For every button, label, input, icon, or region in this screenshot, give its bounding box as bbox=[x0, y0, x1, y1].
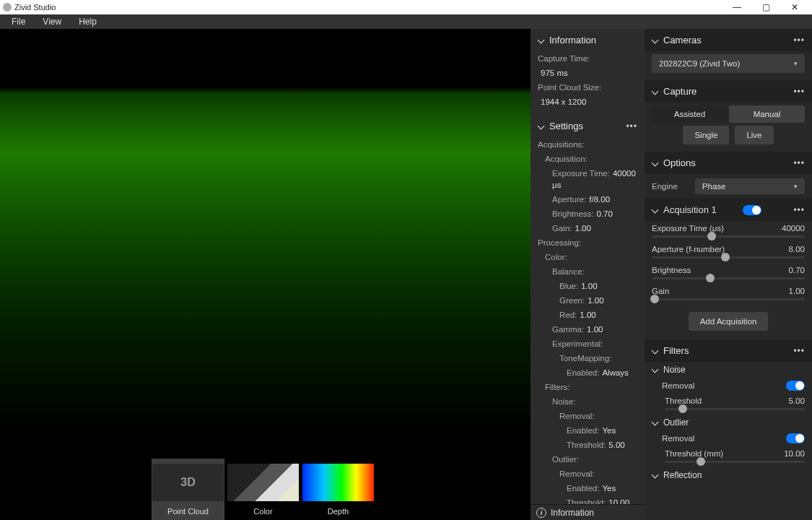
tab-point-cloud[interactable]: 3D Point Cloud bbox=[152, 459, 224, 520]
gamma-row: Gamma:1.00 bbox=[531, 322, 645, 337]
noise-threshold: Threshold:5.00 bbox=[531, 438, 645, 452]
tonemapping-enabled: Enabled:Always bbox=[531, 365, 645, 380]
chevron-down-icon bbox=[652, 38, 658, 43]
pc-size-label: Point Cloud Size: bbox=[531, 80, 645, 95]
brightness-row: Brightness:0.70 bbox=[531, 207, 645, 221]
chevron-down-icon bbox=[652, 348, 658, 354]
controls-panel: Cameras ••• 202822C9 (Zivid Two)▾ Captur… bbox=[645, 29, 812, 520]
close-button[interactable]: ✕ bbox=[780, 0, 809, 14]
acquisitions-label: Acquisitions: bbox=[531, 137, 645, 152]
green-row: Green:1.00 bbox=[531, 293, 645, 308]
chevron-down-icon bbox=[652, 367, 658, 373]
info-panel: Information Capture Time: 975 ms Point C… bbox=[531, 29, 645, 520]
exposure-slider[interactable]: Exposure Time (μs)40000 bbox=[645, 221, 812, 242]
single-button[interactable]: Single bbox=[683, 126, 729, 144]
menu-view[interactable]: View bbox=[34, 17, 70, 27]
exposure-row: Exposure Time:40000 μs bbox=[531, 166, 645, 192]
engine-select[interactable]: Phase▾ bbox=[695, 178, 805, 194]
window-title: Zivid Studio bbox=[14, 3, 56, 12]
acquisition1-header[interactable]: Acquisition 1 ••• bbox=[645, 199, 812, 221]
acquisition1-toggle[interactable] bbox=[743, 205, 761, 215]
tab-depth-label: Depth bbox=[328, 507, 349, 516]
chevron-down-icon bbox=[538, 38, 543, 43]
cameras-header[interactable]: Cameras ••• bbox=[645, 29, 812, 51]
tab-color-label: Color bbox=[253, 507, 272, 516]
chevron-down-icon bbox=[652, 472, 658, 478]
reflection-subhead[interactable]: Reflection bbox=[645, 467, 812, 483]
maximize-button[interactable]: ▢ bbox=[751, 0, 780, 14]
noise-threshold-slider[interactable]: Threshold5.00 bbox=[645, 394, 812, 415]
chevron-down-icon bbox=[652, 89, 658, 95]
blue-row: Blue:1.00 bbox=[531, 279, 645, 293]
chevron-down-icon bbox=[652, 160, 658, 166]
brightness-slider[interactable]: Brightness0.70 bbox=[645, 263, 812, 284]
options-header[interactable]: Options ••• bbox=[645, 152, 812, 174]
information-header[interactable]: Information bbox=[531, 29, 645, 51]
experimental-label: Experimental: bbox=[531, 337, 645, 351]
engine-label: Engine bbox=[652, 182, 678, 191]
settings-menu-icon[interactable]: ••• bbox=[626, 121, 637, 131]
chevron-down-icon bbox=[538, 124, 543, 129]
view-tabs: 3D Point Cloud Color Depth bbox=[152, 459, 375, 520]
tonemapping-label: ToneMapping: bbox=[531, 351, 645, 365]
filters-header[interactable]: Filters ••• bbox=[645, 339, 812, 362]
outlier-removal-label: Removal: bbox=[531, 467, 645, 481]
noise-subhead[interactable]: Noise bbox=[645, 362, 812, 378]
menu-help[interactable]: Help bbox=[70, 17, 105, 27]
outlier-removal-enabled: Enabled:Yes bbox=[531, 481, 645, 495]
processing-label: Processing: bbox=[531, 235, 645, 250]
tab-color[interactable]: Color bbox=[227, 459, 300, 520]
gain-slider[interactable]: Gain1.00 bbox=[645, 284, 812, 305]
capture-time-label: Capture Time: bbox=[531, 51, 645, 66]
balance-label: Balance: bbox=[531, 264, 645, 279]
acquisition-label: Acquisition: bbox=[531, 152, 645, 166]
noise-removal-enabled: Enabled:Yes bbox=[531, 423, 645, 438]
info-icon: i bbox=[536, 508, 546, 518]
add-acquisition-button[interactable]: Add Acquisition bbox=[689, 312, 769, 331]
pc-size-value: 1944 x 1200 bbox=[531, 95, 645, 109]
chevron-down-icon: ▾ bbox=[794, 60, 798, 67]
tab-point-cloud-label: Point Cloud bbox=[167, 507, 209, 516]
titlebar: Zivid Studio — ▢ ✕ bbox=[0, 0, 812, 14]
menubar: File View Help bbox=[0, 14, 812, 29]
camera-select[interactable]: 202822C9 (Zivid Two)▾ bbox=[652, 54, 805, 73]
app-logo-icon bbox=[3, 3, 12, 12]
noise-label: Noise: bbox=[531, 394, 645, 409]
filters-label: Filters: bbox=[531, 380, 645, 394]
chevron-down-icon bbox=[652, 420, 658, 425]
status-text: Information bbox=[551, 508, 594, 518]
capture-time-value: 975 ms bbox=[531, 66, 645, 80]
thumb-3d-icon: 3D bbox=[152, 464, 224, 501]
noise-removal-row: Removal bbox=[645, 378, 812, 394]
gain-row: Gain:1.00 bbox=[531, 221, 645, 235]
acquisition1-menu-icon[interactable]: ••• bbox=[793, 205, 805, 215]
outlier-threshold-slider[interactable]: Threshold (mm)10.00 bbox=[645, 446, 812, 467]
chevron-down-icon: ▾ bbox=[794, 183, 798, 190]
aperture-row: Aperture:f/8.00 bbox=[531, 192, 645, 207]
thumb-color bbox=[227, 464, 299, 501]
minimize-button[interactable]: — bbox=[722, 0, 751, 14]
manual-button[interactable]: Manual bbox=[729, 105, 805, 123]
thumb-depth bbox=[302, 464, 374, 501]
filters-menu-icon[interactable]: ••• bbox=[793, 346, 805, 356]
tab-depth[interactable]: Depth bbox=[302, 459, 375, 520]
outlier-removal-toggle[interactable] bbox=[786, 433, 805, 443]
chevron-down-icon bbox=[652, 207, 658, 213]
outlier-subhead[interactable]: Outlier bbox=[645, 415, 812, 430]
outlier-removal-row: Removal bbox=[645, 430, 812, 446]
outlier-label: Outlier: bbox=[531, 452, 645, 467]
color-label: Color: bbox=[531, 250, 645, 264]
noise-removal-label: Removal: bbox=[531, 409, 645, 423]
menu-file[interactable]: File bbox=[3, 17, 34, 27]
red-row: Red:1.00 bbox=[531, 308, 645, 322]
options-menu-icon[interactable]: ••• bbox=[793, 158, 805, 168]
assisted-button[interactable]: Assisted bbox=[652, 105, 728, 123]
noise-removal-toggle[interactable] bbox=[786, 381, 805, 391]
capture-menu-icon[interactable]: ••• bbox=[793, 87, 805, 97]
viewport-3d[interactable]: 3D Point Cloud Color Depth bbox=[0, 29, 531, 520]
cameras-menu-icon[interactable]: ••• bbox=[793, 35, 805, 46]
live-button[interactable]: Live bbox=[735, 126, 773, 144]
capture-header[interactable]: Capture ••• bbox=[645, 80, 812, 103]
settings-header[interactable]: Settings ••• bbox=[531, 115, 645, 137]
aperture-slider[interactable]: Aperture (f-number)8.00 bbox=[645, 242, 812, 263]
